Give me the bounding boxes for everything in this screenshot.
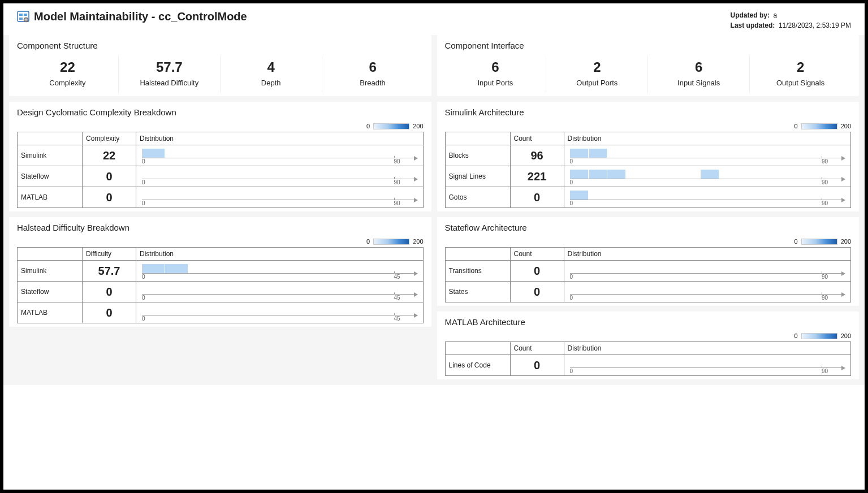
stat-label: Depth: [221, 79, 322, 87]
row-label: MATLAB: [18, 302, 83, 323]
distribution-cell: 090: [564, 261, 851, 282]
axis-zero: 0: [142, 158, 145, 165]
legend-max: 200: [841, 238, 851, 245]
component-structure-panel: Component Structure 22Complexity57.7Hals…: [9, 35, 431, 96]
axis-zero: 0: [142, 200, 145, 206]
stat-value: 2: [750, 59, 851, 75]
stat: 22Complexity: [17, 56, 118, 93]
col-header: Distribution: [564, 132, 851, 145]
axis-max: 90: [822, 295, 828, 301]
legend: 0 200: [445, 332, 852, 339]
distribution-bar: [570, 149, 588, 158]
breakdown-table: CountDistributionBlocks96090Signal Lines…: [445, 132, 852, 208]
row-value: 0: [510, 282, 564, 302]
updated-by-value: a: [774, 11, 778, 19]
distribution-cell: 090: [564, 187, 851, 208]
stats-row: 6Input Ports2Output Ports6Input Signals2…: [445, 56, 852, 93]
axis-zero: 0: [570, 179, 573, 185]
axis-zero: 0: [570, 368, 573, 374]
row-value: 0: [510, 261, 564, 282]
stat-value: 6: [648, 59, 749, 75]
axis-max: 90: [822, 368, 828, 374]
distribution-bar: [701, 170, 719, 179]
component-interface-panel: Component Interface 6Input Ports2Output …: [437, 35, 860, 96]
axis-max: 90: [394, 179, 400, 185]
stateflow-arch-panel: Stateflow Architecture 0 200 CountDistri…: [437, 217, 860, 306]
col-header: Complexity: [83, 132, 136, 145]
row-value: 0: [83, 187, 136, 208]
stat-label: Output Ports: [546, 79, 647, 87]
table-row: Stateflow0045: [18, 282, 424, 302]
axis-zero: 0: [142, 295, 145, 301]
axis-max: 45: [394, 295, 400, 301]
distribution-cell: 090: [136, 187, 424, 208]
axis-max: 90: [394, 200, 400, 206]
header: Model Maintainability - cc_ControlMode U…: [3, 3, 865, 35]
legend-max: 200: [413, 238, 423, 245]
axis-max: 90: [822, 179, 828, 185]
table-row: Transitions0090: [445, 261, 851, 282]
right-column: Component Interface 6Input Ports2Output …: [437, 35, 860, 379]
legend-min: 0: [794, 332, 798, 339]
halstead-breakdown-panel: Halstead Difficulty Breakdown 0 200 Diff…: [9, 217, 431, 327]
panel-title: Simulink Architecture: [445, 107, 852, 117]
col-header: Difficulty: [83, 248, 136, 261]
col-header: Distribution: [136, 132, 424, 145]
legend-gradient: [801, 239, 837, 245]
stat: 6Input Ports: [445, 56, 546, 93]
distribution-bar: [589, 170, 607, 179]
row-value: 96: [510, 145, 564, 166]
axis-max: 45: [394, 315, 400, 322]
row-label: States: [445, 282, 510, 302]
distribution-axis: 090: [570, 179, 845, 185]
distribution-cell: 045: [136, 261, 424, 282]
legend-gradient: [801, 123, 837, 129]
distribution-bar: [142, 149, 165, 158]
row-label: Simulink: [18, 261, 83, 282]
axis-zero: 0: [142, 274, 145, 280]
table-row: Signal Lines221090: [445, 166, 851, 187]
axis-zero: 0: [570, 295, 573, 301]
stat: 57.7Halstead Difficulty: [118, 56, 220, 93]
stat: 4Depth: [220, 56, 322, 93]
legend-min: 0: [794, 123, 798, 129]
legend-max: 200: [841, 123, 851, 129]
distribution-bar: [589, 149, 607, 158]
panel-title: Halstead Difficulty Breakdown: [17, 223, 424, 232]
breakdown-table: CountDistributionLines of Code0090: [445, 341, 852, 376]
distribution-axis: 090: [142, 179, 417, 185]
breakdown-table: DifficultyDistributionSimulink57.7045Sta…: [17, 247, 424, 323]
table-row: Simulink57.7045: [18, 261, 424, 282]
row-value: 0: [83, 302, 136, 323]
panel-title: MATLAB Architecture: [445, 317, 852, 327]
table-row: Stateflow0090: [18, 166, 424, 187]
table-row: MATLAB0045: [18, 302, 424, 323]
model-icon: [17, 11, 29, 23]
stat: 2Output Signals: [749, 56, 851, 93]
row-label: Signal Lines: [445, 166, 510, 187]
stat-value: 4: [221, 59, 322, 75]
distribution-bar: [607, 170, 625, 179]
row-label: Lines of Code: [445, 355, 510, 376]
stat-label: Breadth: [322, 79, 424, 87]
panel-title: Design Cyclomatic Complexity Breakdown: [17, 107, 424, 117]
distribution-axis: 045: [142, 315, 417, 322]
row-value: 221: [510, 166, 564, 187]
distribution-bar: [165, 264, 188, 273]
distribution-bar: [570, 191, 588, 200]
distribution-cell: 045: [136, 302, 424, 323]
axis-zero: 0: [570, 274, 573, 280]
simulink-arch-panel: Simulink Architecture 0 200 CountDistrib…: [437, 102, 860, 211]
title-row: Model Maintainability - cc_ControlMode: [17, 10, 247, 23]
stat-label: Halstead Difficulty: [119, 79, 220, 87]
legend: 0 200: [17, 123, 424, 129]
distribution-axis: 090: [570, 367, 845, 374]
legend: 0 200: [17, 238, 424, 245]
axis-max: 90: [822, 158, 828, 165]
distribution-axis: 090: [142, 158, 417, 165]
stat: 2Output Ports: [546, 56, 647, 93]
axis-zero: 0: [570, 200, 573, 206]
row-value: 0: [510, 187, 564, 208]
axis-max: 90: [822, 274, 828, 280]
page-title: Model Maintainability - cc_ControlMode: [34, 10, 247, 23]
